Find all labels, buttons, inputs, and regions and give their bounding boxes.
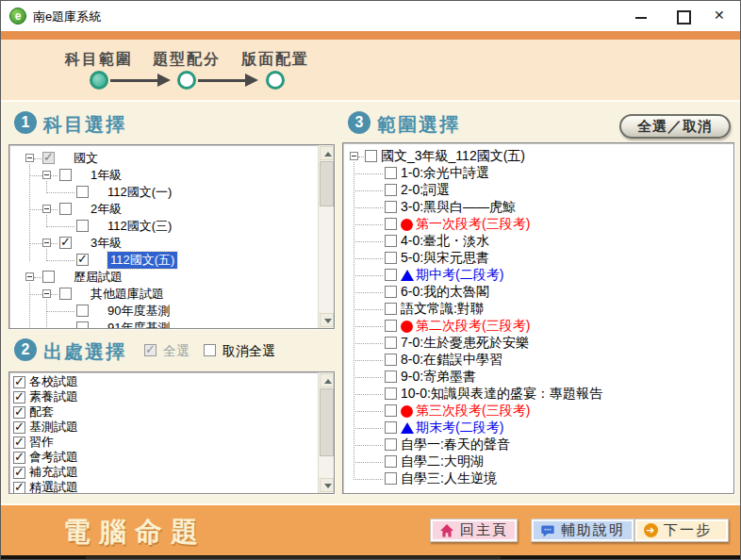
tree-item[interactable]: 4-0:臺北・淡水 [344,233,716,250]
tree-item[interactable]: 112國文(五) [10,252,302,269]
tree-item[interactable]: 自學三:人生逆境 [344,470,716,487]
checkbox[interactable] [385,371,397,383]
tree-item[interactable]: 6-0:我的太魯閣 [344,284,716,301]
checkbox[interactable] [385,438,397,451]
checkbox[interactable] [13,482,25,494]
scrollbar-thumb[interactable] [320,388,334,456]
tree-item[interactable]: 第三次段考(三段考) [344,403,716,420]
collapse-icon[interactable] [42,171,51,179]
help-button[interactable]: 輔助說明 [531,519,634,542]
source-list-scrollbar[interactable] [318,372,334,493]
tree-item[interactable]: 期中考(二段考) [344,267,716,284]
checkbox[interactable] [385,286,397,298]
close-icon[interactable] [704,1,736,31]
collapse-icon[interactable] [42,289,51,298]
checkbox[interactable] [385,235,397,247]
checkbox[interactable] [59,288,72,300]
checkbox[interactable] [76,220,89,232]
tree-item[interactable]: 10-0:知識與表達的盛宴：專題報告 [344,386,716,403]
checkbox[interactable] [13,376,25,388]
checkbox[interactable] [76,186,89,198]
tree-item[interactable]: 國文_3年級_112國文(五) [344,148,716,165]
select-all-checkbox[interactable] [144,344,156,356]
tree-item[interactable]: 90年度基測 [10,303,302,320]
tree-item[interactable]: 5-0:與宋元思書 [344,250,716,267]
collapse-icon[interactable] [350,152,358,160]
checkbox[interactable] [385,218,397,230]
home-button[interactable]: 回主頁 [430,519,518,542]
list-item[interactable]: 基測試題 [10,420,318,435]
checkbox[interactable] [59,203,72,215]
tree-item[interactable]: 自學二:大明湖 [344,453,716,470]
checkbox[interactable] [385,201,397,213]
tree-item[interactable]: 9-0:寄弟墨書 [344,369,716,386]
list-item[interactable]: 精選試題 [10,480,318,494]
tree-item[interactable]: 112國文(三) [10,218,302,235]
tree-item[interactable]: 8-0:在錯誤中學習 [344,352,716,369]
collapse-icon[interactable] [42,205,51,213]
tree-item[interactable]: 其他題庫試題 [10,286,302,303]
list-item[interactable]: 素養試題 [10,389,318,404]
checkbox[interactable] [385,269,397,281]
tree-item[interactable]: 112國文(一) [10,184,302,201]
checkbox[interactable] [385,337,397,349]
checkbox[interactable] [385,184,397,196]
checkbox[interactable] [13,391,25,404]
next-step-button[interactable]: ➜ 下一步 [634,519,729,542]
checkbox[interactable] [385,472,397,485]
tree-item[interactable]: 自學一:春天的聲音 [344,436,716,453]
list-item[interactable]: 配套 [10,404,318,420]
checkbox[interactable] [385,354,397,366]
checkbox[interactable] [385,303,397,315]
maximize-icon[interactable] [667,1,699,31]
list-item[interactable]: 補充試題 [10,465,318,480]
checkbox[interactable] [13,421,25,434]
checkbox[interactable] [385,387,397,400]
tree-item[interactable]: 語文常識:對聯 [344,301,716,318]
list-item[interactable]: 各校試題 [10,374,318,389]
scroll-down-icon[interactable] [320,478,334,492]
checkbox[interactable] [42,271,55,283]
subject-tree-scrollbar[interactable] [318,145,334,328]
list-item[interactable]: 習作 [10,435,318,450]
tree-item[interactable]: 3-0:黑與白——虎鯨 [344,199,716,216]
checkbox[interactable] [385,167,397,179]
checkbox[interactable] [13,406,25,419]
tree-item[interactable]: 2-0:詞選 [344,182,716,199]
checkbox[interactable] [385,421,397,434]
tree-item[interactable]: 91年度基測 [10,320,302,329]
collapse-icon[interactable] [42,239,51,247]
checkbox[interactable] [385,252,397,264]
tree-item[interactable]: 歷屆試題 [10,269,302,286]
tree-item[interactable]: 3年級 [10,235,302,252]
checkbox[interactable] [385,320,397,332]
list-item[interactable]: 會考試題 [10,450,318,465]
tree-item[interactable]: 7-0:生於憂患死於安樂 [344,335,716,352]
checkbox[interactable] [76,254,89,266]
collapse-icon[interactable] [25,154,34,162]
checkbox[interactable] [13,452,25,464]
collapse-icon[interactable] [25,272,34,281]
minimize-icon[interactable] [625,1,657,31]
scroll-up-icon[interactable] [320,373,334,387]
tree-item[interactable]: 1-0:余光中詩選 [344,165,716,182]
checkbox[interactable] [13,436,25,449]
checkbox[interactable] [59,237,72,249]
checkbox[interactable] [385,404,397,417]
tree-item[interactable]: 第二次段考(三段考) [344,318,716,335]
scroll-down-icon[interactable] [320,313,334,327]
checkbox[interactable] [365,150,377,162]
checkbox[interactable] [42,152,55,164]
scrollbar-thumb[interactable] [320,161,334,206]
checkbox[interactable] [59,169,72,181]
checkbox[interactable] [76,305,89,317]
tree-item[interactable]: 2年級 [10,201,302,218]
scroll-up-icon[interactable] [320,146,334,160]
tree-item[interactable]: 1年級 [10,167,302,184]
checkbox[interactable] [76,321,89,329]
checkbox[interactable] [13,467,25,479]
tree-item[interactable]: 國文 [10,150,302,167]
deselect-all-checkbox[interactable] [204,344,216,356]
tree-item[interactable]: 期末考(二段考) [344,420,716,436]
tree-item[interactable]: 第一次段考(三段考) [344,216,716,233]
